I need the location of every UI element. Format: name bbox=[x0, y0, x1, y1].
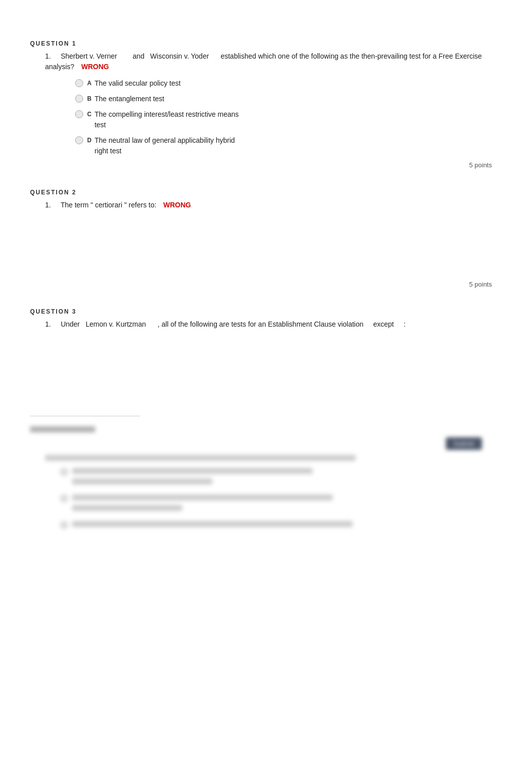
question-1-points: 5 points bbox=[30, 161, 502, 169]
blurred-line-a2 bbox=[72, 478, 212, 484]
option-1a-radio[interactable] bbox=[75, 79, 83, 87]
question-3: QUESTION 3 1. Under Lemon v. Kurtzman , … bbox=[30, 308, 502, 396]
question-3-number: 1. bbox=[45, 320, 59, 328]
blurred-question-text-line1 bbox=[45, 455, 356, 461]
question-3-body: Under Lemon v. Kurtzman , all of the fol… bbox=[61, 320, 405, 328]
question-2-points: 5 points bbox=[30, 281, 502, 288]
blurred-line-a1 bbox=[72, 468, 313, 474]
blurred-line-b2 bbox=[72, 505, 182, 511]
option-1d-letter: D bbox=[87, 136, 92, 145]
option-1b-radio[interactable] bbox=[75, 95, 83, 103]
blurred-option-b-text bbox=[72, 494, 333, 514]
question-2-answer-area bbox=[30, 216, 502, 277]
option-1b-letter: B bbox=[87, 94, 92, 103]
section-divider bbox=[30, 416, 140, 416]
option-1c-radio[interactable] bbox=[75, 110, 83, 118]
question-3-answer-area bbox=[30, 336, 502, 396]
blurred-radio-a bbox=[60, 468, 68, 476]
question-1: QUESTION 1 1. Sherbert v. Verner and Wis… bbox=[30, 40, 502, 169]
blurred-line-b1 bbox=[72, 494, 333, 500]
question-2: QUESTION 2 1. The term " certiorari " re… bbox=[30, 189, 502, 288]
question-1-number: 1. bbox=[45, 52, 59, 60]
blurred-option-a bbox=[60, 468, 502, 487]
question-2-number: 1. bbox=[45, 201, 59, 209]
blurred-option-b bbox=[60, 494, 502, 514]
question-3-text: 1. Under Lemon v. Kurtzman , all of the … bbox=[45, 319, 502, 330]
blurred-radio-b bbox=[60, 494, 68, 502]
blurred-option-c-text bbox=[72, 521, 353, 530]
blurred-question-label bbox=[30, 426, 95, 432]
question-2-body: The term " certiorari " refers to: bbox=[61, 201, 156, 209]
blurred-option-c bbox=[60, 521, 502, 530]
question-1-options: A The valid secular policy test B The en… bbox=[75, 78, 502, 156]
option-1c[interactable]: C The compelling interest/least restrict… bbox=[75, 109, 502, 130]
option-1c-letter: C bbox=[87, 110, 92, 119]
question-2-label: QUESTION 2 bbox=[30, 189, 502, 196]
option-1a-text: The valid secular policy test bbox=[95, 78, 181, 89]
question-3-label: QUESTION 3 bbox=[30, 308, 502, 315]
option-1d-radio[interactable] bbox=[75, 136, 83, 144]
option-1a[interactable]: A The valid secular policy test bbox=[75, 78, 502, 89]
option-1a-letter: A bbox=[87, 79, 92, 88]
blurred-line-c1 bbox=[72, 521, 353, 527]
question-1-status: WRONG bbox=[81, 63, 109, 71]
question-2-text: 1. The term " certiorari " refers to: WR… bbox=[45, 200, 502, 210]
question-1-body: Sherbert v. Verner and Wisconsin v. Yode… bbox=[45, 52, 482, 71]
blurred-option-a-text bbox=[72, 468, 313, 487]
blurred-radio-c bbox=[60, 521, 68, 529]
blurred-section: Submit bbox=[30, 426, 502, 530]
option-1d-text: The neutral law of general applicability… bbox=[95, 135, 235, 156]
question-1-label: QUESTION 1 bbox=[30, 40, 502, 47]
question-1-text: 1. Sherbert v. Verner and Wisconsin v. Y… bbox=[45, 51, 502, 72]
option-1d[interactable]: D The neutral law of general applicabili… bbox=[75, 135, 502, 156]
option-1b-text: The entanglement test bbox=[95, 94, 164, 104]
option-1c-text: The compelling interest/least restrictiv… bbox=[95, 109, 239, 130]
option-1b[interactable]: B The entanglement test bbox=[75, 94, 502, 104]
question-2-status: WRONG bbox=[163, 201, 191, 209]
blurred-submit-button: Submit bbox=[446, 437, 482, 450]
